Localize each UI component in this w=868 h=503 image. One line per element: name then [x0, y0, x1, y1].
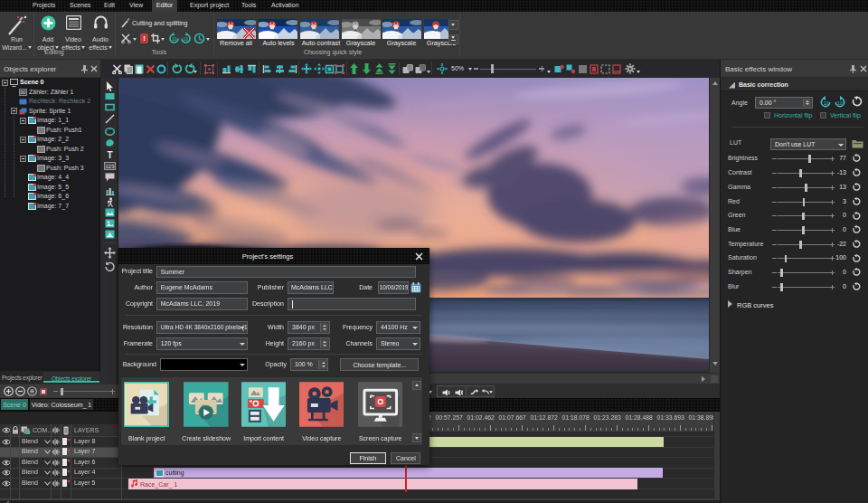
svg-text:10: 10 [824, 100, 829, 106]
svg-text:10: 10 [184, 36, 189, 42]
svg-text:00: 00 [20, 90, 25, 95]
svg-text:123: 123 [106, 164, 116, 169]
svg-text:10: 10 [172, 36, 177, 42]
svg-text:10: 10 [837, 100, 843, 106]
